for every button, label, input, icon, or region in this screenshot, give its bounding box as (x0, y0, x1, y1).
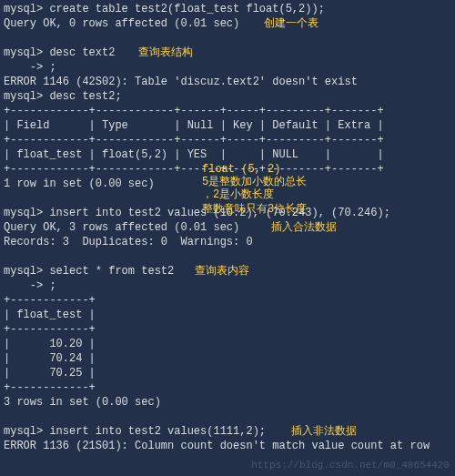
annotation-float-dec: ，2是小数长度 (202, 187, 274, 202)
terminal-line: | float_test | float(5,2) | YES | | NULL… (4, 147, 451, 162)
terminal-line: -> ; (4, 279, 451, 293)
terminal-line: Records: 3 Duplicates: 0 Warnings: 0 (4, 235, 451, 249)
terminal-line: +------------+ (4, 380, 451, 395)
annotation-select: 查询表内容 (195, 264, 249, 279)
terminal-line: ERROR 1146 (42S02): Table 'discuz.text2'… (4, 75, 451, 89)
terminal-line: -> ; (4, 60, 451, 75)
terminal-line (4, 249, 451, 264)
terminal-line: | float_test | (4, 308, 451, 322)
terminal-line: +------------+------------+------+-----+… (4, 104, 451, 118)
terminal-window[interactable]: mysql> create table test2(float_test flo… (0, 0, 455, 476)
annotation-insert-invalid: 插入非法数据 (291, 424, 357, 439)
terminal-line: mysql> create table test2(float_test flo… (4, 2, 451, 16)
terminal-line: mysql> desc test2; (4, 89, 451, 104)
terminal-line: ERROR 1136 (21S01): Column count doesn't… (4, 439, 451, 453)
terminal-line: +------------+------------+------+-----+… (4, 133, 451, 147)
terminal-line: Query OK, 0 rows affected (0.01 sec) (4, 16, 451, 31)
terminal-line (4, 410, 451, 424)
terminal-line: +------------+ (4, 322, 451, 337)
terminal-line: Query OK, 3 rows affected (0.01 sec) (4, 220, 451, 235)
terminal-line: | 10.20 | (4, 337, 451, 351)
watermark: https://blog.csdn.net/m0_48654420 (251, 458, 450, 472)
terminal-line: mysql> desc text2 (4, 46, 451, 60)
terminal-line: | Field | Type | Null | Key | Default | … (4, 118, 451, 133)
annotation-int-len: 整数意味只有3位长度 (202, 202, 307, 217)
terminal-line (4, 31, 451, 46)
annotation-create-table: 创建一个表 (264, 16, 318, 31)
terminal-line: 3 rows in set (0.00 sec) (4, 395, 451, 410)
terminal-line: +------------+ (4, 293, 451, 308)
terminal-line: | 70.25 | (4, 366, 451, 380)
annotation-insert-valid: 插入合法数据 (271, 220, 337, 235)
annotation-desc-struct: 查询表结构 (138, 46, 193, 60)
terminal-line: mysql> insert into test2 values(1111,2); (4, 424, 451, 439)
terminal-line: | 70.24 | (4, 351, 451, 366)
